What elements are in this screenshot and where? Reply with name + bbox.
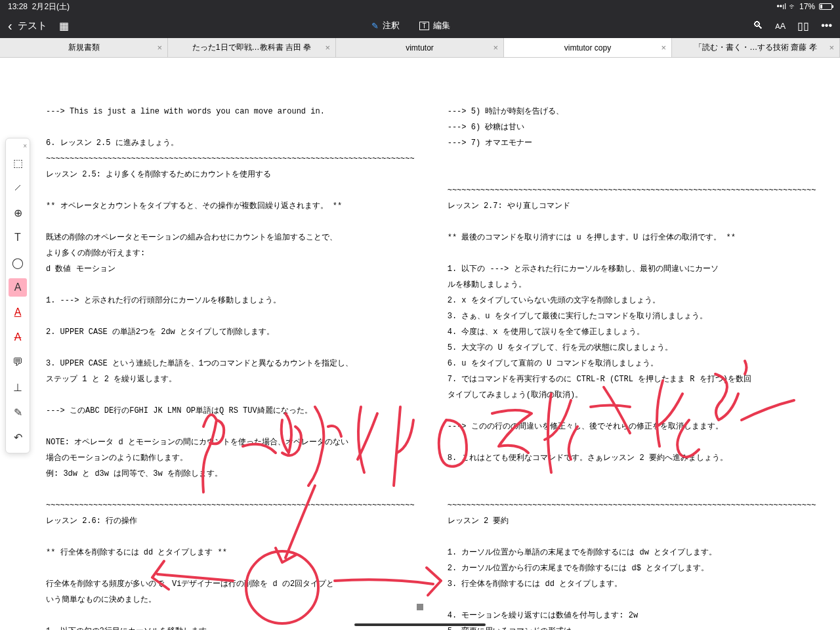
tab-2[interactable]: vimtutor×: [336, 38, 504, 57]
signal-icon: ••ıl: [777, 2, 786, 11]
battery-icon: [819, 3, 832, 10]
content: ---> This is just a line with words you …: [0, 58, 840, 630]
pencil-icon: ✎: [371, 21, 379, 31]
note-icon[interactable]: 💬︎: [9, 353, 27, 371]
more-icon[interactable]: •••: [821, 20, 832, 32]
tab-4[interactable]: 「読む・書く・…する技術 齋藤 孝×: [672, 38, 840, 57]
annotate-button[interactable]: ✎ 注釈: [371, 20, 400, 32]
text-icon[interactable]: T: [9, 228, 27, 247]
status-time: 13:28: [8, 2, 28, 11]
tool-sidebar: × ⬚ ⟋ ⊕ T ◯ A A A 💬︎ ⊥ ✎ ↶: [5, 138, 30, 453]
top-bar: ‹ テスト ▦ ✎ 注釈 T 編集 🔍︎ AA ▯▯ •••: [0, 13, 840, 38]
close-icon[interactable]: ×: [325, 43, 330, 52]
close-icon[interactable]: ×: [661, 43, 666, 52]
close-icon[interactable]: ×: [157, 43, 162, 52]
left-page[interactable]: ---> This is just a line with words you …: [0, 58, 428, 630]
status-date: 2月2日(土): [32, 2, 70, 11]
book-icon[interactable]: ▯▯: [797, 20, 809, 32]
right-page[interactable]: ---> 5) 時計が時刻を告げる、 ---> 6) 砂糖は甘い ---> 7)…: [428, 58, 840, 630]
wifi-icon: ᯤ: [789, 2, 797, 11]
battery-percent: 17%: [799, 2, 815, 11]
tab-0[interactable]: 新規書類×: [0, 38, 168, 57]
eye-icon[interactable]: ⊕: [9, 203, 27, 222]
close-icon[interactable]: ×: [23, 142, 27, 150]
text-cursor-icon: T: [419, 22, 429, 30]
close-icon[interactable]: ×: [493, 43, 498, 52]
stamp-icon[interactable]: ⊥: [9, 378, 27, 396]
status-bar: 13:28 2月2日(土) ••ıl ᯤ 17%: [0, 0, 840, 13]
grid-icon[interactable]: ▦: [59, 20, 69, 32]
close-icon[interactable]: ×: [829, 43, 834, 52]
undo-icon[interactable]: ↶: [9, 428, 27, 446]
back-label[interactable]: テスト: [18, 20, 47, 32]
strikethrough-icon[interactable]: A: [9, 328, 27, 346]
link-icon[interactable]: ⟋: [9, 178, 27, 197]
page-indicator[interactable]: [417, 604, 423, 610]
select-icon[interactable]: ⬚: [9, 154, 27, 172]
font-size-icon[interactable]: AA: [775, 21, 786, 31]
shape-icon[interactable]: ◯: [9, 253, 27, 272]
draw-icon[interactable]: ✎: [9, 403, 27, 421]
home-bar[interactable]: [354, 623, 486, 626]
tab-bar: 新規書類× たった1日で即戦…教科書 吉田 拳× vimtutor× vimtu…: [0, 38, 840, 58]
tab-3[interactable]: vimtutor copy×: [504, 38, 672, 57]
highlight-icon[interactable]: A: [9, 278, 27, 297]
underline-icon[interactable]: A: [9, 303, 27, 322]
search-icon[interactable]: 🔍︎: [753, 20, 763, 32]
back-icon[interactable]: ‹: [8, 18, 12, 33]
edit-button[interactable]: T 編集: [419, 20, 450, 32]
tab-1[interactable]: たった1日で即戦…教科書 吉田 拳×: [168, 38, 336, 57]
